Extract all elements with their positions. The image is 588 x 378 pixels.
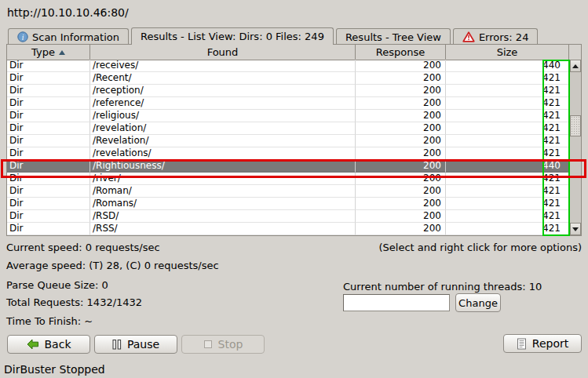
cell-size: 421 — [446, 147, 569, 160]
tab-bar: i Scan Information Results - List View: … — [8, 27, 538, 45]
cell-found: /religious/ — [90, 110, 356, 122]
scroll-down-icon — [572, 227, 579, 231]
table-body: Dir /receives/ 200 440 Dir /Recent/ 200 … — [7, 60, 569, 235]
stop-button[interactable]: Stop — [181, 335, 265, 354]
parse-queue-size-label: Parse Queue Size: 0 — [6, 279, 108, 291]
cell-size: 421 — [446, 173, 569, 185]
table-row[interactable]: Dir /receives/ 200 440 — [7, 60, 569, 72]
table-row[interactable]: Dir /RSS/ 200 421 — [7, 223, 569, 235]
current-speed-label: Current speed: 0 requests/sec — [6, 242, 160, 253]
average-speed-label: Average speed: (T) 28, (C) 0 requests/se… — [6, 260, 219, 271]
table-row[interactable]: Dir /Rightiousness/ 200 440 — [7, 160, 569, 173]
stop-icon — [203, 340, 213, 349]
cell-response: 200 — [356, 185, 446, 198]
cell-found: /Recent/ — [90, 72, 356, 85]
column-header-found[interactable]: Found — [90, 45, 356, 60]
column-header-stub — [569, 45, 581, 60]
cell-found: /Roman/ — [90, 185, 356, 198]
table-row[interactable]: Dir /reference/ 200 421 — [7, 97, 569, 110]
cell-found: /Rightiousness/ — [90, 160, 356, 173]
cell-type: Dir — [7, 210, 90, 223]
back-arrow-icon — [27, 339, 39, 350]
cell-response: 200 — [356, 122, 446, 135]
cell-type: Dir — [7, 72, 90, 85]
cell-response: 200 — [356, 110, 446, 122]
table-row[interactable]: Dir /river/ 200 421 — [7, 173, 569, 185]
cell-type: Dir — [7, 160, 90, 173]
cell-type: Dir — [7, 60, 90, 72]
cell-type: Dir — [7, 97, 90, 110]
app-status-label: DirBuster Stopped — [4, 363, 105, 376]
warning-icon — [462, 31, 475, 42]
tab-errors[interactable]: Errors: 24 — [453, 28, 539, 45]
cell-response: 200 — [356, 160, 446, 173]
target-url: http://10.10.10.46:80/ — [7, 6, 129, 19]
table-row[interactable]: Dir /Roman/ 200 421 — [7, 185, 569, 198]
scroll-up-button[interactable] — [570, 60, 581, 72]
cell-found: /RSD/ — [90, 210, 356, 223]
cell-type: Dir — [7, 122, 90, 135]
total-requests-label: Total Requests: 1432/1432 — [6, 296, 142, 308]
cell-type: Dir — [7, 185, 90, 198]
cell-response: 200 — [356, 60, 446, 72]
cell-found: /revelation/ — [90, 122, 356, 135]
running-threads-label: Current number of running threads: 10 — [343, 281, 542, 293]
table-row[interactable]: Dir /revelation/ 200 421 — [7, 122, 569, 135]
report-document-icon — [517, 338, 527, 350]
cell-response: 200 — [356, 210, 446, 223]
cell-found: /river/ — [90, 173, 356, 185]
cell-response: 200 — [356, 147, 446, 160]
change-threads-button[interactable]: Change — [455, 293, 501, 312]
cell-size: 421 — [446, 185, 569, 198]
table-row[interactable]: Dir /revelations/ 200 421 — [7, 147, 569, 160]
scroll-up-icon — [572, 64, 579, 68]
tab-label: Results - List View: Dirs: 0 Files: 249 — [141, 31, 324, 42]
scroll-down-button[interactable] — [570, 223, 581, 235]
cell-type: Dir — [7, 223, 90, 235]
cell-response: 200 — [356, 173, 446, 185]
time-to-finish-label: Time To Finish: ~ — [6, 315, 93, 327]
column-header-type[interactable]: Type — [7, 45, 90, 60]
cell-size: 421 — [446, 72, 569, 85]
cell-type: Dir — [7, 173, 90, 185]
tab-scan-information[interactable]: i Scan Information — [8, 28, 129, 45]
cell-size: 421 — [446, 198, 569, 210]
cell-response: 200 — [356, 97, 446, 110]
cell-size: 421 — [446, 135, 569, 147]
cell-type: Dir — [7, 85, 90, 97]
cell-found: /Revelation/ — [90, 135, 356, 147]
tab-label: Errors: 24 — [479, 31, 529, 43]
vertical-scrollbar[interactable] — [569, 60, 581, 235]
cell-size: 421 — [446, 110, 569, 122]
right-click-hint-label: (Select and right click for more options… — [378, 242, 582, 253]
report-button[interactable]: Report — [503, 334, 582, 353]
cell-found: /Romans/ — [90, 198, 356, 210]
cell-type: Dir — [7, 135, 90, 147]
table-row[interactable]: Dir /RSD/ 200 421 — [7, 210, 569, 223]
column-header-size[interactable]: Size — [446, 45, 569, 60]
cell-response: 200 — [356, 85, 446, 97]
tab-results-list-view[interactable]: Results - List View: Dirs: 0 Files: 249 — [131, 27, 334, 45]
table-row[interactable]: Dir /reception/ 200 421 — [7, 85, 569, 97]
table-row[interactable]: Dir /Recent/ 200 421 — [7, 72, 569, 85]
table-row[interactable]: Dir /Romans/ 200 421 — [7, 198, 569, 210]
cell-type: Dir — [7, 110, 90, 122]
tab-results-tree-view[interactable]: Results - Tree View — [336, 28, 451, 45]
scrollbar-thumb[interactable] — [570, 115, 581, 136]
table-row[interactable]: Dir /religious/ 200 421 — [7, 110, 569, 122]
cell-size: 421 — [446, 85, 569, 97]
cell-size: 421 — [446, 223, 569, 235]
cell-found: /revelations/ — [90, 147, 356, 160]
cell-found: /reception/ — [90, 85, 356, 97]
cell-found: /reference/ — [90, 97, 356, 110]
back-button[interactable]: Back — [7, 335, 90, 354]
table-row[interactable]: Dir /Revelation/ 200 421 — [7, 135, 569, 147]
sort-ascending-icon — [59, 50, 65, 55]
pause-button[interactable]: Pause — [94, 335, 177, 354]
cell-response: 200 — [356, 198, 446, 210]
dirbuster-window: http://10.10.10.46:80/ i Scan Informatio… — [0, 0, 588, 378]
threads-count-input[interactable] — [343, 294, 450, 311]
cell-size: 421 — [446, 97, 569, 110]
column-header-response[interactable]: Response — [356, 45, 446, 60]
cell-response: 200 — [356, 223, 446, 235]
